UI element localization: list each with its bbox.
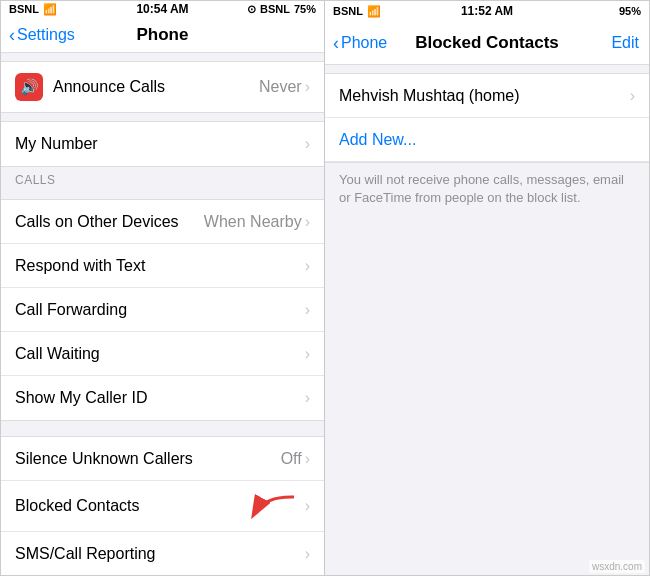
right-status-right: 95% (619, 5, 641, 17)
announce-calls-value: Never › (259, 78, 310, 96)
silence-unknown-val-text: Off (281, 450, 302, 468)
right-battery: 95% (619, 5, 641, 17)
add-new-label: Add New... (339, 131, 416, 149)
right-status-bar: BSNL 📶 11:52 AM 95% (325, 1, 649, 21)
right-time: 11:52 AM (461, 4, 513, 18)
right-action-label: Edit (611, 34, 639, 51)
right-nav-bar: ‹ Phone Blocked Contacts Edit (325, 21, 649, 65)
silence-unknown-item[interactable]: Silence Unknown Callers Off › (1, 437, 324, 481)
calls-group: Calls on Other Devices When Nearby › Res… (1, 199, 324, 421)
calls-section-header: CALLS (1, 167, 324, 191)
silence-unknown-chevron: › (305, 450, 310, 468)
right-chevron-icon: ‹ (333, 34, 339, 52)
left-status-right: ⊙ BSNL 75% (247, 3, 316, 16)
left-location-icon: ⊙ (247, 3, 256, 16)
call-waiting-label: Call Waiting (15, 345, 100, 363)
calls-on-other-chevron: › (305, 213, 310, 231)
call-forwarding-label: Call Forwarding (15, 301, 127, 319)
other-group: Silence Unknown Callers Off › Blocked Co… (1, 436, 324, 576)
speaker-icon: 🔊 (15, 73, 43, 101)
my-number-group: My Number › (1, 121, 324, 167)
respond-with-text-chevron: › (305, 257, 310, 275)
left-carrier: BSNL (9, 3, 39, 15)
announce-calls-item[interactable]: 🔊 Announce Calls Never › (1, 62, 324, 112)
blocked-contact-chevron: › (630, 87, 635, 105)
left-signal-carrier: BSNL (260, 3, 290, 15)
blocked-info-text: You will not receive phone calls, messag… (325, 163, 649, 215)
announce-calls-chevron: › (305, 78, 310, 96)
right-back-label: Phone (341, 34, 387, 52)
left-back-label: Settings (17, 26, 75, 44)
left-nav-bar: ‹ Settings Phone (1, 17, 324, 53)
show-caller-id-label: Show My Caller ID (15, 389, 147, 407)
watermark: wsxdn.com (589, 560, 645, 573)
left-battery: 75% (294, 3, 316, 15)
my-number-label: My Number (15, 135, 98, 153)
right-back-button[interactable]: ‹ Phone (333, 34, 387, 52)
announce-calls-val-text: Never (259, 78, 302, 96)
blocked-contacts-chevron: › (305, 497, 310, 515)
call-forwarding-item[interactable]: Call Forwarding › (1, 288, 324, 332)
respond-with-text-item[interactable]: Respond with Text › (1, 244, 324, 288)
add-new-button[interactable]: Add New... (325, 118, 649, 162)
separator-1 (1, 421, 324, 428)
blocked-contacts-label: Blocked Contacts (15, 497, 140, 515)
calls-on-other-label: Calls on Other Devices (15, 213, 179, 231)
left-panel: BSNL 📶 10:54 AM ⊙ BSNL 75% ‹ Settings Ph… (1, 1, 325, 576)
right-nav-title: Blocked Contacts (415, 33, 559, 53)
blocked-contact-name: Mehvish Mushtaq (home) (339, 87, 520, 105)
silence-unknown-label: Silence Unknown Callers (15, 450, 193, 468)
call-waiting-chevron: › (305, 345, 310, 363)
sms-call-chevron: › (305, 545, 310, 563)
respond-with-text-label: Respond with Text (15, 257, 145, 275)
my-number-chevron: › (305, 135, 310, 153)
show-caller-id-chevron: › (305, 389, 310, 407)
my-number-item[interactable]: My Number › (1, 122, 324, 166)
blocked-contacts-right: › (244, 492, 310, 520)
call-waiting-item[interactable]: Call Waiting › (1, 332, 324, 376)
right-status-left: BSNL 📶 (333, 5, 381, 18)
silence-unknown-value: Off › (281, 450, 310, 468)
left-status-left: BSNL 📶 (9, 3, 57, 16)
call-forwarding-chevron: › (305, 301, 310, 319)
right-panel: BSNL 📶 11:52 AM 95% ‹ Phone Blocked Cont… (325, 1, 649, 576)
announce-calls-label: Announce Calls (53, 78, 165, 96)
announce-calls-group: 🔊 Announce Calls Never › (1, 61, 324, 113)
blocked-list-group: Mehvish Mushtaq (home) › Add New... (325, 73, 649, 163)
left-back-button[interactable]: ‹ Settings (9, 26, 75, 44)
blocked-contact-row[interactable]: Mehvish Mushtaq (home) › (325, 74, 649, 118)
calls-on-other-val-text: When Nearby (204, 213, 302, 231)
right-edit-button[interactable]: Edit (611, 34, 639, 52)
left-time: 10:54 AM (136, 2, 188, 16)
sms-call-reporting-item[interactable]: SMS/Call Reporting › (1, 532, 324, 576)
left-chevron-icon: ‹ (9, 26, 15, 44)
sms-call-label: SMS/Call Reporting (15, 545, 156, 563)
show-caller-id-item[interactable]: Show My Caller ID › (1, 376, 324, 420)
left-status-bar: BSNL 📶 10:54 AM ⊙ BSNL 75% (1, 1, 324, 17)
red-arrow-icon (244, 492, 299, 520)
calls-on-other-value: When Nearby › (204, 213, 310, 231)
right-wifi-icon: 📶 (367, 5, 381, 18)
right-carrier: BSNL (333, 5, 363, 17)
announce-calls-left: 🔊 Announce Calls (15, 73, 165, 101)
left-nav-title: Phone (137, 25, 189, 45)
calls-on-other-devices-item[interactable]: Calls on Other Devices When Nearby › (1, 200, 324, 244)
blocked-contacts-item[interactable]: Blocked Contacts › (1, 481, 324, 532)
left-wifi-icon: 📶 (43, 3, 57, 16)
